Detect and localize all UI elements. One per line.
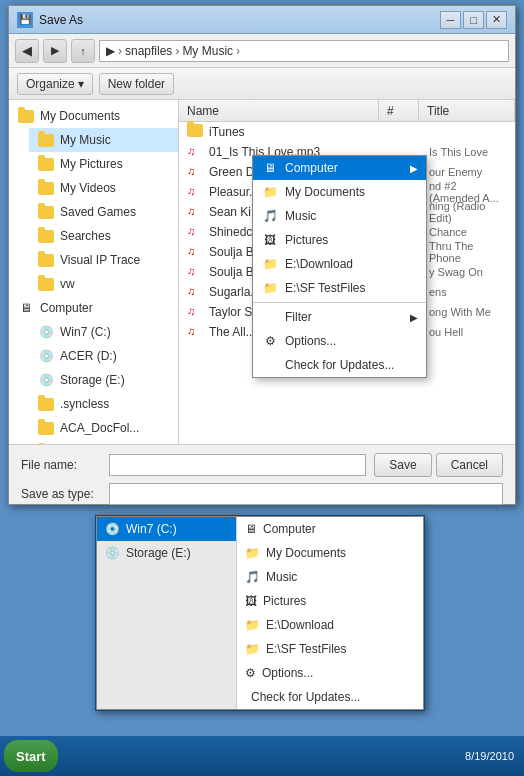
folder-icon4: 📁: [245, 642, 260, 656]
menu-item-edownload[interactable]: 📁 E:\Download: [253, 252, 426, 276]
sidebar-item-my-music[interactable]: My Music: [29, 128, 178, 152]
menu-item-check-updates[interactable]: Check for Updates...: [253, 353, 426, 377]
mp3-icon: ♫: [187, 224, 205, 240]
folder-icon: [17, 107, 35, 125]
update-menu-icon: [261, 357, 279, 373]
dialog-bottom: File name: Save Cancel Save as type:: [9, 444, 515, 504]
cancel-button[interactable]: Cancel: [436, 453, 503, 477]
filetype-label: Save as type:: [21, 487, 101, 501]
second-right-pictures[interactable]: 🖼 Pictures: [237, 589, 423, 613]
sidebar-item-aca-docfol[interactable]: ACA_DocFol...: [29, 416, 178, 440]
second-menu-storagee[interactable]: 💿 Storage (E:): [97, 541, 236, 565]
new-folder-button[interactable]: New folder: [99, 73, 174, 95]
toolbar: Organize ▾ New folder: [9, 68, 515, 100]
mp3-icon: ♫: [187, 304, 205, 320]
folder-icon: [37, 395, 55, 413]
up-button[interactable]: ↑: [71, 39, 95, 63]
filename-row: File name: Save Cancel: [21, 453, 503, 477]
filter-arrow-icon: ▶: [410, 312, 418, 323]
forward-button[interactable]: ▶: [43, 39, 67, 63]
sidebar-item-vw[interactable]: vw: [29, 272, 178, 296]
folder-row-icon: [187, 124, 205, 140]
sidebar-item-my-videos[interactable]: My Videos: [29, 176, 178, 200]
sidebar-item-saved-games[interactable]: Saved Games: [29, 200, 178, 224]
menu-item-options[interactable]: ⚙ Options...: [253, 329, 426, 353]
file-list-header: Name # Title: [179, 100, 515, 122]
second-right-options[interactable]: ⚙ Options...: [237, 661, 423, 685]
col-title-header[interactable]: Title: [419, 100, 515, 121]
maximize-button[interactable]: □: [463, 11, 484, 29]
sidebar-item-acerd[interactable]: 💿 ACER (D:): [29, 344, 178, 368]
computer-icon2: 🖥: [245, 522, 257, 536]
second-right-edownload[interactable]: 📁 E:\Download: [237, 613, 423, 637]
second-right-computer[interactable]: 🖥 Computer: [237, 517, 423, 541]
path-segment: ▶: [106, 44, 115, 58]
filetype-input[interactable]: [109, 483, 503, 505]
close-button[interactable]: ✕: [486, 11, 507, 29]
second-right-checkupdates[interactable]: Check for Updates...: [237, 685, 423, 709]
filename-label: File name:: [21, 458, 101, 472]
folder-icon: [37, 275, 55, 293]
mp3-icon: ♫: [187, 184, 205, 200]
folder-menu-icon: 📁: [261, 184, 279, 200]
filetype-row: Save as type:: [21, 483, 503, 505]
second-right-mydocs[interactable]: 📁 My Documents: [237, 541, 423, 565]
folder-icon: [37, 203, 55, 221]
options-menu-icon: ⚙: [261, 333, 279, 349]
folder-open-icon: [37, 131, 55, 149]
menu-item-filter[interactable]: Filter ▶: [253, 305, 426, 329]
col-hash-header[interactable]: #: [379, 100, 419, 121]
options-icon2: ⚙: [245, 666, 256, 680]
mp3-icon: ♫: [187, 164, 205, 180]
sidebar-item-my-pictures[interactable]: My Pictures: [29, 152, 178, 176]
second-menu-cols: 💿 Win7 (C:) 💿 Storage (E:) 🖥 Computer 📁 …: [97, 517, 423, 709]
minimize-button[interactable]: ─: [440, 11, 461, 29]
start-button[interactable]: Start: [4, 740, 58, 772]
drive-icon: 💿: [105, 522, 120, 536]
back-button[interactable]: ◀: [15, 39, 39, 63]
taskbar: Start 8/19/2010: [0, 736, 524, 776]
music-icon2: 🎵: [245, 570, 260, 584]
folder-icon: [37, 227, 55, 245]
filename-input[interactable]: [109, 454, 366, 476]
path-snapfiles[interactable]: snapfiles: [125, 44, 172, 58]
menu-item-music[interactable]: 🎵 Music: [253, 204, 426, 228]
file-row-itunes[interactable]: iTunes: [179, 122, 515, 142]
path-mymusic[interactable]: My Music: [182, 44, 233, 58]
submenu-arrow-icon: ▶: [410, 163, 418, 174]
second-right-esftestfiles[interactable]: 📁 E:\SF TestFiles: [237, 637, 423, 661]
sidebar-item-storagee[interactable]: 💿 Storage (E:): [29, 368, 178, 392]
sidebar-item-searches[interactable]: Searches: [29, 224, 178, 248]
drive-icon2: 💿: [105, 546, 120, 560]
second-menu-win7c[interactable]: 💿 Win7 (C:): [97, 517, 236, 541]
sidebar-item-win7c[interactable]: 💿 Win7 (C:): [29, 320, 178, 344]
folder-icon: [37, 155, 55, 173]
context-menu: 🖥 Computer ▶ 📁 My Documents 🎵 Music 🖼 Pi…: [252, 155, 427, 378]
bottom-buttons: Save Cancel: [374, 453, 503, 477]
pictures-menu-icon: 🖼: [261, 232, 279, 248]
mp3-icon: ♫: [187, 264, 205, 280]
sidebar-item-syncless[interactable]: .syncless: [29, 392, 178, 416]
sidebar-item-ace7[interactable]: Ace7: [29, 440, 178, 444]
second-menu-right: 🖥 Computer 📁 My Documents 🎵 Music 🖼 Pict…: [237, 517, 423, 709]
save-button[interactable]: Save: [374, 453, 431, 477]
menu-item-my-documents[interactable]: 📁 My Documents: [253, 180, 426, 204]
sidebar-item-visual-ip-trace[interactable]: Visual IP Trace: [29, 248, 178, 272]
menu-item-pictures[interactable]: 🖼 Pictures: [253, 228, 426, 252]
organize-button[interactable]: Organize ▾: [17, 73, 93, 95]
second-right-music[interactable]: 🎵 Music: [237, 565, 423, 589]
folder-menu-icon3: 📁: [261, 280, 279, 296]
folder-icon: [37, 419, 55, 437]
drive-icon: 💿: [37, 323, 55, 341]
folder-icon: [37, 443, 55, 444]
mp3-icon: ♫: [187, 244, 205, 260]
sidebar-item-my-documents[interactable]: My Documents: [9, 104, 178, 128]
menu-item-computer[interactable]: 🖥 Computer ▶: [253, 156, 426, 180]
address-path[interactable]: ▶ › snapfiles › My Music ›: [99, 40, 509, 62]
address-bar: ◀ ▶ ↑ ▶ › snapfiles › My Music ›: [9, 34, 515, 68]
mp3-icon: ♫: [187, 324, 205, 340]
col-name-header[interactable]: Name: [179, 100, 379, 121]
menu-item-esftestfiles[interactable]: 📁 E:\SF TestFiles: [253, 276, 426, 300]
sidebar-item-computer[interactable]: 🖥 Computer: [9, 296, 178, 320]
second-menu-left: 💿 Win7 (C:) 💿 Storage (E:): [97, 517, 237, 709]
